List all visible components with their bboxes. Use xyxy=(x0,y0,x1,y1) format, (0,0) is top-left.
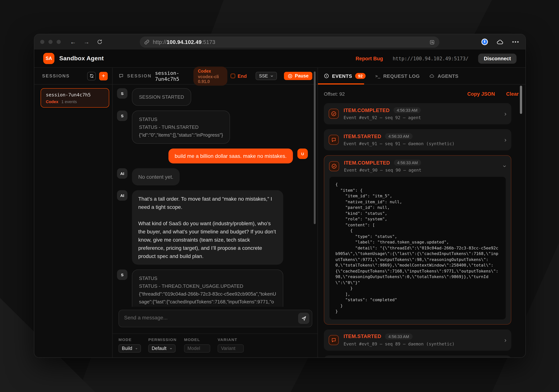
user-avatar: U xyxy=(297,149,308,159)
chat-bubble-icon xyxy=(119,73,124,79)
traffic-light-close[interactable] xyxy=(40,40,44,44)
app-header: SA Sandbox Agent Report Bug http://100.9… xyxy=(34,50,525,68)
send-button[interactable] xyxy=(298,313,309,324)
agent-version-badge: Codex vcodex-cli 0.91.0 xyxy=(193,66,227,85)
stream-mode-select[interactable]: SSE xyxy=(256,72,277,80)
disconnect-button[interactable]: Disconnect xyxy=(478,53,517,63)
cloud-icon xyxy=(429,73,435,79)
tab-request-log[interactable]: >_ REQUEST LOG xyxy=(375,73,420,79)
permission-select[interactable]: Default xyxy=(148,344,176,353)
model-group: MODEL xyxy=(184,337,210,357)
session-controls: MODE Build PERMISSION Default MODEL xyxy=(112,334,317,357)
permission-label: PERMISSION xyxy=(148,337,177,342)
more-menu-icon[interactable]: ••• xyxy=(512,39,520,45)
refresh-icon xyxy=(89,74,94,78)
event-card-expanded[interactable]: ITEM.COMPLETED 4:56:33 AM Event #evt_90 … xyxy=(324,155,511,324)
end-checkbox[interactable] xyxy=(231,74,235,78)
session-name: session-7un4c7h5 xyxy=(46,92,104,98)
event-card[interactable]: ITEM.STARTED 4:56:33 AM Event #evt_91 – … xyxy=(324,129,511,150)
send-icon xyxy=(301,315,307,321)
event-card[interactable]: ITEM.COMPLETED 4:56:33 AM Event #evt_92 … xyxy=(324,103,511,124)
events-panel: EVENTS 92 >_ REQUEST LOG AGENTS Offset: … xyxy=(318,68,525,357)
session-list-item[interactable]: session-7un4c7h5 Codex 1 events xyxy=(41,88,109,107)
play-circle-icon xyxy=(324,73,329,79)
chevron-down-icon: › xyxy=(502,165,508,167)
forward-icon[interactable]: → xyxy=(84,39,89,45)
chevron-down-icon xyxy=(270,74,274,78)
cloud-icon[interactable] xyxy=(497,38,504,46)
terminal-icon: >_ xyxy=(375,73,380,78)
pause-icon xyxy=(288,73,293,78)
message-user: build me a billion dollar saas. make no … xyxy=(117,149,317,163)
traffic-light-minimize[interactable] xyxy=(48,40,53,44)
clear-button[interactable]: Clear xyxy=(506,91,519,97)
url-bar[interactable]: http://100.94.102.49:5173 xyxy=(140,36,439,48)
model-input[interactable] xyxy=(184,344,210,353)
variant-input[interactable] xyxy=(218,344,244,353)
avatar: S xyxy=(117,88,127,99)
active-tab-underline xyxy=(318,83,364,85)
tab-events[interactable]: EVENTS 92 xyxy=(324,73,366,79)
ai-avatar: AI xyxy=(117,168,127,179)
events-count-badge: 92 xyxy=(355,73,366,79)
tab-agents[interactable]: AGENTS xyxy=(429,73,458,79)
message-ai-reply: AI That’s a tall order. To move fast and… xyxy=(117,190,317,265)
app-logo: SA xyxy=(43,53,54,64)
refresh-sessions-button[interactable] xyxy=(87,72,96,80)
message-input[interactable] xyxy=(119,310,312,327)
sessions-title: SESSIONS xyxy=(42,73,70,79)
avatar: S xyxy=(117,111,127,121)
session-panel: SESSION session-7un4c7h5 Codex vcodex-cl… xyxy=(112,68,318,357)
variant-group: VARIANT xyxy=(218,337,244,357)
message-status-token-usage: S STATUS STATUS - THREAD.TOKEN_USAGE.UPD… xyxy=(117,269,317,307)
end-label[interactable]: End xyxy=(238,73,247,79)
user-bubble: build me a billion dollar saas. make no … xyxy=(168,149,293,163)
report-bug-link[interactable]: Report Bug xyxy=(355,56,383,61)
message-ai-empty: AI No content yet. xyxy=(117,168,317,185)
avatar: S xyxy=(117,269,127,280)
app-title: Sandbox Agent xyxy=(59,55,104,62)
server-url-text: http://100.94.102.49:5173/ xyxy=(393,56,468,61)
mode-select[interactable]: Build xyxy=(119,344,141,353)
mode-label: MODE xyxy=(119,337,141,342)
system-bubble: STATUS STATUS - TURN.STARTED {"id":"0","… xyxy=(132,111,230,144)
back-icon[interactable]: ← xyxy=(70,39,76,45)
item-completed-icon xyxy=(329,161,339,171)
reader-panel-icon[interactable] xyxy=(429,39,435,45)
event-json-payload: { "item": { "item_id": "itm_5", "native_… xyxy=(329,177,506,319)
session-agent-label: Codex xyxy=(46,99,58,104)
browser-window: ← → http://100.94.102.49:5173 ••• SA San… xyxy=(34,34,526,358)
composer xyxy=(112,307,317,334)
ai-avatar: AI xyxy=(117,190,127,201)
copy-json-button[interactable]: Copy JSON xyxy=(467,91,495,97)
mode-group: MODE Build xyxy=(119,337,141,357)
chat-scrollbar[interactable] xyxy=(314,71,316,224)
chevron-down-icon xyxy=(169,347,172,350)
variant-label: VARIANT xyxy=(218,337,244,342)
system-bubble: SESSION STARTED xyxy=(132,88,191,106)
new-session-button[interactable]: + xyxy=(99,72,108,80)
reload-icon[interactable] xyxy=(97,39,102,45)
item-started-icon xyxy=(329,335,339,345)
item-started-icon xyxy=(329,135,339,145)
message-list[interactable]: S SESSION STARTED S STATUS STATUS - TURN… xyxy=(112,85,317,307)
onepassword-extension-icon[interactable] xyxy=(481,38,488,45)
events-toolbar: Offset: 92 Copy JSON Clear xyxy=(318,85,525,103)
event-card[interactable]: ITEM.STARTED 4:56:33 AM Event #evt_89 – … xyxy=(324,329,511,350)
ai-bubble: No content yet. xyxy=(132,168,180,185)
message-session-started: S SESSION STARTED xyxy=(117,88,317,106)
message-status-turn-started: S STATUS STATUS - TURN.STARTED {"id":"0"… xyxy=(117,111,317,144)
chevron-right-icon: › xyxy=(504,137,506,143)
system-bubble: STATUS STATUS - THREAD.TOKEN_USAGE.UPDAT… xyxy=(132,269,283,307)
model-label: MODEL xyxy=(184,337,210,342)
offset-text: Offset: 92 xyxy=(324,91,345,97)
traffic-light-zoom[interactable] xyxy=(57,40,61,44)
link-icon xyxy=(144,39,149,45)
chevron-right-icon: › xyxy=(504,337,506,343)
event-list[interactable]: ITEM.COMPLETED 4:56:33 AM Event #evt_92 … xyxy=(318,103,525,357)
events-scrollbar[interactable] xyxy=(520,86,522,114)
pause-button[interactable]: Pause xyxy=(284,72,312,80)
permission-group: PERMISSION Default xyxy=(148,337,177,357)
event-card[interactable]: ITEM.COMPLETED 4:56:33 AM Event #evt_88 … xyxy=(324,355,511,357)
session-label: SESSION xyxy=(127,73,152,79)
